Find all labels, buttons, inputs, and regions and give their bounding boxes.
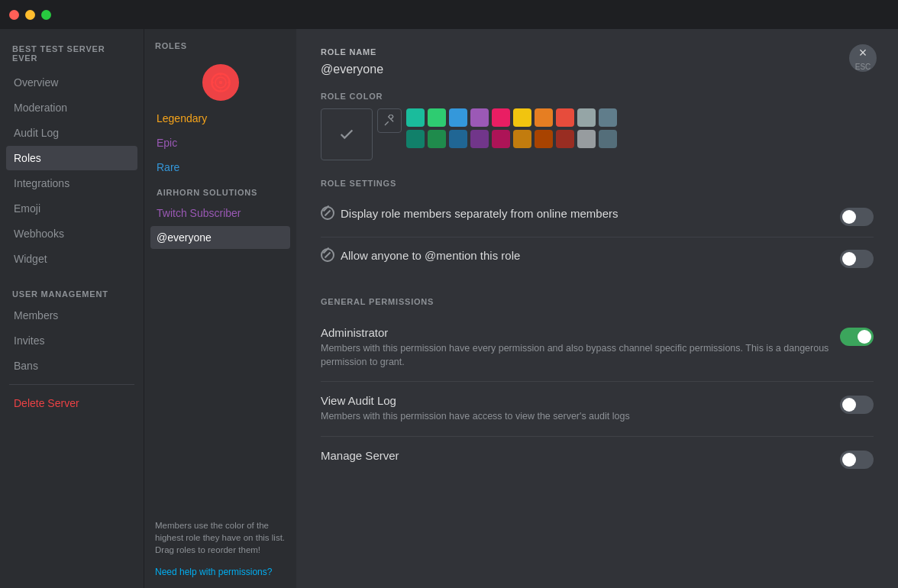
color-grid <box>321 108 874 160</box>
color-swatch[interactable] <box>535 108 553 127</box>
perm-name-manage-server: Manage Server <box>321 449 840 462</box>
sidebar-item-moderation[interactable]: Moderation <box>6 95 137 120</box>
toggle-view-audit-log[interactable] <box>840 396 874 414</box>
color-swatch[interactable] <box>406 130 425 148</box>
roles-list: Legendary Epic Rare Airhorn Solutions Tw… <box>144 104 296 512</box>
roles-panel: Roles Legendary Epic Rare Airhorn Soluti… <box>144 29 296 588</box>
role-item-legendary[interactable]: Legendary <box>150 107 290 130</box>
perm-desc-view-audit-log: Members with this permission have access… <box>321 410 840 424</box>
color-swatch[interactable] <box>406 108 425 127</box>
sidebar-divider <box>9 384 134 385</box>
color-swatch[interactable] <box>449 130 467 148</box>
color-swatch[interactable] <box>470 130 489 148</box>
close-button[interactable]: × ESC <box>849 44 877 72</box>
color-selected-box[interactable] <box>321 108 373 160</box>
color-swatch[interactable] <box>556 130 574 148</box>
app-layout: Best Test Server Ever Overview Moderatio… <box>0 29 898 588</box>
role-item-epic[interactable]: Epic <box>150 131 290 154</box>
color-eyedropper-btn[interactable] <box>377 108 402 133</box>
role-item-everyone[interactable]: @everyone <box>150 226 290 249</box>
sidebar-item-audit-log[interactable]: Audit Log <box>6 121 137 145</box>
perm-name-view-audit-log: View Audit Log <box>321 394 840 407</box>
color-swatch[interactable] <box>470 108 489 127</box>
color-swatches <box>406 108 617 148</box>
setting-row-allow-mention: Allow anyone to @mention this role <box>321 237 874 279</box>
role-color-section: Role Color <box>321 92 874 160</box>
sidebar-item-invites[interactable]: Invites <box>6 328 137 353</box>
perm-info-administrator: Administrator Members with this permissi… <box>321 326 840 369</box>
sidebar-item-delete-server[interactable]: Delete Server <box>6 391 137 415</box>
no-symbol-icon <box>321 206 334 220</box>
perm-row-manage-server: Manage Server <box>321 437 874 481</box>
role-name-value: @everyone <box>321 63 874 76</box>
svg-point-2 <box>218 81 222 85</box>
setting-info-display-separately: Display role members separately from onl… <box>321 206 828 223</box>
user-management-label: User Management <box>6 277 137 303</box>
roles-label: Roles <box>155 41 187 50</box>
role-color-section-title: Role Color <box>321 92 874 101</box>
color-swatch[interactable] <box>577 108 596 127</box>
setting-info-allow-mention: Allow anyone to @mention this role <box>321 248 828 265</box>
color-swatch[interactable] <box>513 130 531 148</box>
sidebar-item-integrations[interactable]: Integrations <box>6 171 137 195</box>
titlebar-close-btn[interactable] <box>9 10 19 20</box>
server-name: Best Test Server Ever <box>6 38 137 67</box>
sidebar-item-emoji[interactable]: Emoji <box>6 196 137 221</box>
toggle-administrator[interactable] <box>840 328 874 346</box>
color-swatch[interactable] <box>428 108 446 127</box>
roles-hint: Members use the color of the highest rol… <box>144 512 296 562</box>
color-swatch[interactable] <box>535 130 553 148</box>
esc-label: ESC <box>855 63 871 71</box>
role-icon-container <box>144 58 296 104</box>
titlebar-max-btn[interactable] <box>41 10 51 20</box>
setting-display-separately-text: Display role members separately from onl… <box>341 207 618 220</box>
role-item-twitch-subscriber[interactable]: Twitch Subscriber <box>150 202 290 225</box>
color-swatch[interactable] <box>513 108 531 127</box>
setting-name-allow-mention: Allow anyone to @mention this role <box>321 248 828 262</box>
color-swatch[interactable] <box>492 130 510 148</box>
setting-name-display-separately: Display role members separately from onl… <box>321 206 828 220</box>
role-icon <box>202 64 239 101</box>
toggle-allow-mention[interactable] <box>840 250 874 268</box>
setting-row-display-separately: Display role members separately from onl… <box>321 195 874 237</box>
color-swatch[interactable] <box>449 108 467 127</box>
perm-row-view-audit-log: View Audit Log Members with this permiss… <box>321 382 874 437</box>
perm-info-manage-server: Manage Server <box>321 449 840 465</box>
color-swatch[interactable] <box>556 108 574 127</box>
main-content: × ESC Role Name @everyone Role Color <box>296 29 898 588</box>
color-swatch[interactable] <box>599 108 617 127</box>
general-permissions-section: General Permissions Administrator Member… <box>321 297 874 481</box>
color-swatch[interactable] <box>599 130 617 148</box>
color-swatch[interactable] <box>492 108 510 127</box>
titlebar <box>0 0 898 29</box>
role-settings-title: Role Settings <box>321 179 874 188</box>
perm-row-administrator: Administrator Members with this permissi… <box>321 314 874 382</box>
left-sidebar: Best Test Server Ever Overview Moderatio… <box>0 29 144 588</box>
role-section-header-airhorn: Airhorn Solutions <box>150 180 290 200</box>
color-swatch[interactable] <box>428 130 446 148</box>
sidebar-item-bans[interactable]: Bans <box>6 354 137 378</box>
role-item-rare[interactable]: Rare <box>150 156 290 179</box>
color-swatch[interactable] <box>577 130 596 148</box>
general-permissions-title: General Permissions <box>321 297 874 306</box>
toggle-display-separately[interactable] <box>840 208 874 226</box>
perm-desc-administrator: Members with this permission have every … <box>321 342 840 369</box>
toggle-manage-server[interactable] <box>840 451 874 469</box>
sidebar-item-widget[interactable]: Widget <box>6 247 137 271</box>
roles-help-link[interactable]: Need help with permissions? <box>144 562 296 588</box>
sidebar-item-webhooks[interactable]: Webhooks <box>6 221 137 246</box>
sidebar-item-roles[interactable]: Roles <box>6 146 137 170</box>
roles-header: Roles <box>144 29 296 58</box>
titlebar-min-btn[interactable] <box>25 10 35 20</box>
setting-allow-mention-text: Allow anyone to @mention this role <box>341 249 520 262</box>
perm-info-view-audit-log: View Audit Log Members with this permiss… <box>321 394 840 424</box>
no-symbol-icon-2 <box>321 248 334 262</box>
role-name-section-label: Role Name <box>321 47 874 57</box>
role-settings-section: Role Settings Display role members separ… <box>321 179 874 279</box>
close-icon: × <box>859 46 867 60</box>
perm-name-administrator: Administrator <box>321 326 840 339</box>
sidebar-item-members[interactable]: Members <box>6 303 137 328</box>
sidebar-item-overview[interactable]: Overview <box>6 70 137 95</box>
